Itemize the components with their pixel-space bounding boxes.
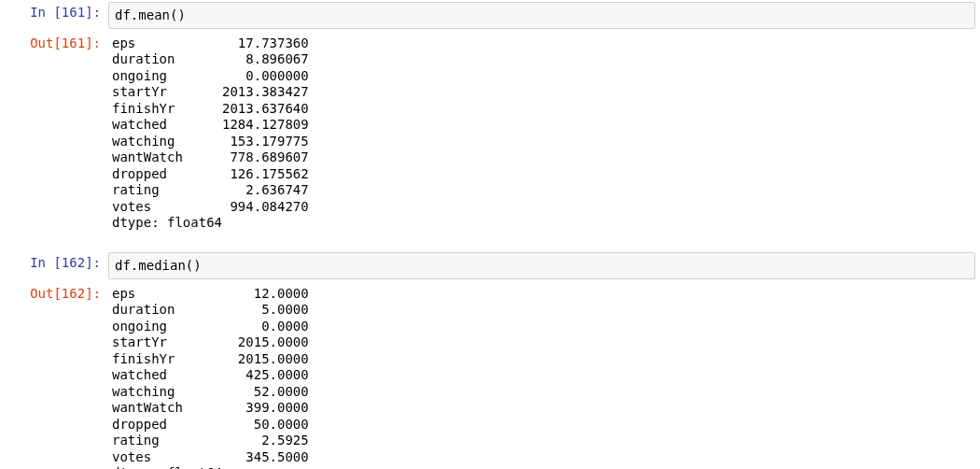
code-cell-input: In [162]:df.median() xyxy=(0,250,980,281)
input-prompt: In [162]: xyxy=(0,250,106,276)
output-text: eps 12.0000 duration 5.0000 ongoing 0.00… xyxy=(106,281,980,469)
code-cell-output: Out[162]:eps 12.0000 duration 5.0000 ong… xyxy=(0,281,980,469)
output-text: eps 17.737360 duration 8.896067 ongoing … xyxy=(106,31,980,236)
code-input[interactable]: df.mean() xyxy=(108,2,975,29)
code-cell-input: In [161]:df.mean() xyxy=(0,0,980,31)
cell-gap xyxy=(0,236,980,250)
code-cell-output: Out[161]:eps 17.737360 duration 8.896067… xyxy=(0,31,980,236)
output-prompt: Out[161]: xyxy=(0,31,106,56)
code-input[interactable]: df.median() xyxy=(108,252,975,279)
output-prompt: Out[162]: xyxy=(0,281,106,306)
notebook-area: In [161]:df.mean()Out[161]:eps 17.737360… xyxy=(0,0,980,469)
input-prompt: In [161]: xyxy=(0,0,106,25)
